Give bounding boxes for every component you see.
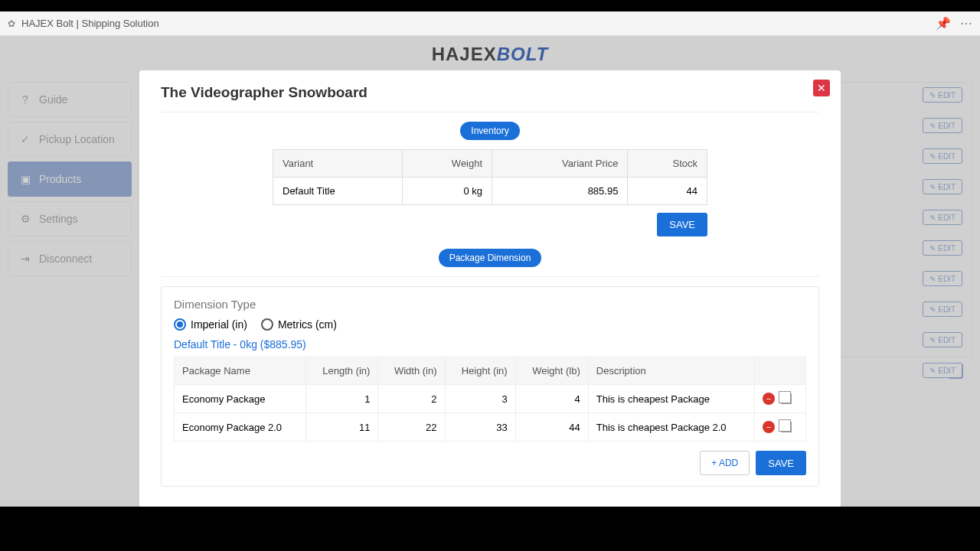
- package-table: Package Name Length (in) Width (in) Heig…: [174, 357, 806, 442]
- col-stock: Stock: [628, 150, 707, 178]
- col-variant: Variant: [273, 150, 403, 178]
- tab-favicon: ✿: [8, 18, 15, 29]
- col-description: Description: [588, 357, 754, 385]
- remove-icon[interactable]: −: [763, 393, 775, 405]
- inventory-pill: Inventory: [460, 122, 519, 140]
- radio-icon: [261, 318, 273, 331]
- pin-icon[interactable]: 📌: [936, 16, 951, 31]
- col-package-name: Package Name: [175, 357, 306, 385]
- col-price: Variant Price: [492, 150, 628, 178]
- package-row: Economy Package 1 2 3 4 This is cheapest…: [175, 385, 806, 413]
- col-weight: Weight (lb): [515, 357, 588, 385]
- variant-weight[interactable]: 0 kg: [402, 178, 492, 205]
- save-packages-button[interactable]: SAVE: [756, 451, 806, 475]
- variant-name: Default Title: [273, 178, 403, 205]
- close-button[interactable]: ✕: [813, 80, 830, 96]
- copy-icon[interactable]: [781, 393, 792, 404]
- dimension-pill: Package Dimension: [439, 249, 542, 267]
- unit-imperial-radio[interactable]: Imperial (in): [174, 318, 247, 331]
- variant-row: Default Title 0 kg 885.95 44: [273, 178, 707, 205]
- variant-table: Variant Weight Variant Price Stock Defau…: [273, 149, 707, 205]
- radio-icon: [174, 318, 186, 331]
- save-inventory-button[interactable]: SAVE: [657, 213, 707, 236]
- dimension-section: Dimension Type Imperial (in) Metrics (cm…: [161, 286, 819, 487]
- remove-icon[interactable]: −: [763, 421, 775, 433]
- modal-title: The Videographer Snowboard: [161, 84, 819, 101]
- dimension-type-label: Dimension Type: [174, 298, 806, 311]
- variant-price[interactable]: 885.95: [492, 178, 628, 205]
- browser-tab-bar: ✿ HAJEX Bolt | Shipping Solution 📌 ⋯: [0, 11, 980, 36]
- modal-overlay: ✕ The Videographer Snowboard Inventory V…: [0, 36, 980, 541]
- product-modal: ✕ The Videographer Snowboard Inventory V…: [139, 70, 841, 508]
- package-row: Economy Package 2.0 11 22 33 44 This is …: [175, 413, 806, 442]
- variant-stock[interactable]: 44: [628, 178, 707, 205]
- add-package-button[interactable]: + ADD: [700, 451, 750, 475]
- variant-summary-link[interactable]: Default Title - 0kg ($885.95): [174, 338, 806, 350]
- col-width: Width (in): [378, 357, 445, 385]
- col-height: Height (in): [445, 357, 515, 385]
- col-length: Length (in): [305, 357, 378, 385]
- more-icon[interactable]: ⋯: [960, 16, 972, 31]
- tab-title: HAJEX Bolt | Shipping Solution: [21, 18, 159, 29]
- copy-icon[interactable]: [781, 422, 792, 432]
- col-weight: Weight: [402, 150, 492, 178]
- col-actions: [754, 357, 805, 385]
- unit-metric-radio[interactable]: Metrics (cm): [261, 318, 337, 331]
